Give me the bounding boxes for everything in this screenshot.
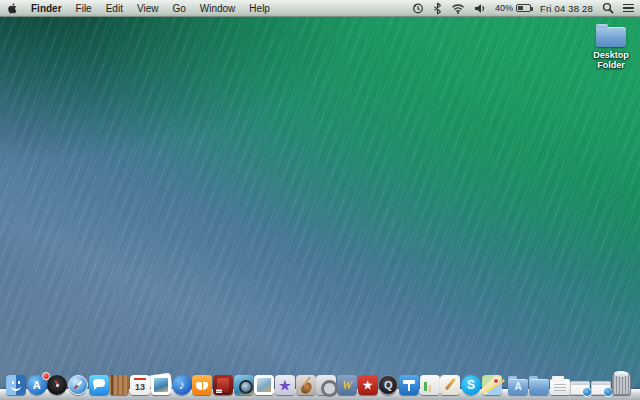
photo-booth-icon	[213, 375, 233, 395]
numbers-icon	[420, 375, 440, 395]
dock-item-min-window-1[interactable]	[570, 381, 590, 395]
calendar-glyph: 13	[130, 375, 150, 395]
dock-item-skype[interactable]: S	[461, 375, 481, 395]
dock-item-finder[interactable]	[6, 375, 26, 395]
skype-icon: S	[461, 375, 481, 395]
bluetooth-icon[interactable]	[433, 2, 442, 15]
dock-item-wunderlist[interactable]: ★	[358, 375, 378, 395]
dock-item-numbers[interactable]	[420, 375, 440, 395]
iphoto-icon	[234, 375, 254, 395]
contacts-icon	[109, 375, 129, 395]
trash-icon	[612, 374, 631, 395]
menu-edit[interactable]: Edit	[106, 3, 123, 14]
dock-item-trash[interactable]	[612, 374, 631, 395]
menu-file[interactable]: File	[76, 3, 92, 14]
menu-bar: Finder FileEditViewGoWindowHelp 40% Fri …	[0, 0, 640, 17]
menu-clock[interactable]: Fri 04 38 28	[540, 3, 593, 14]
dock-item-ibooks[interactable]	[192, 375, 212, 395]
dock-item-messages[interactable]	[89, 375, 109, 395]
min-window-2-icon	[591, 381, 611, 395]
itunes-icon: ♪	[172, 375, 192, 395]
menu-help[interactable]: Help	[249, 3, 270, 14]
dock-item-iphoto[interactable]	[234, 375, 254, 395]
system-preferences-icon	[316, 375, 336, 395]
ibooks-icon	[192, 375, 212, 395]
dock-item-min-window-2[interactable]	[591, 381, 611, 395]
battery-percent: 40%	[495, 3, 513, 13]
dock-item-imovie[interactable]: ★	[275, 375, 295, 395]
imovie-icon: ★	[275, 375, 295, 395]
dock-item-system-preferences[interactable]	[316, 375, 336, 395]
dock-item-keynote[interactable]	[399, 375, 419, 395]
dock-item-photos[interactable]	[151, 375, 171, 395]
dock: A13♪★W★QSA	[0, 362, 640, 400]
garageband-icon	[296, 375, 316, 395]
dock-item-folder-applications[interactable]: A	[508, 379, 528, 395]
dock-item-preview[interactable]	[254, 375, 274, 395]
dock-item-quicktime[interactable]: Q	[378, 375, 398, 395]
calendar-icon: 13	[130, 375, 150, 395]
wunderlist-glyph: ★	[358, 375, 378, 395]
word-glyph: W	[337, 375, 357, 395]
skype-glyph: S	[461, 375, 481, 395]
dock-item-pages[interactable]	[440, 375, 460, 395]
menu-app-name[interactable]: Finder	[31, 3, 62, 14]
quicktime-glyph: Q	[379, 376, 397, 394]
dock-item-dashboard[interactable]	[47, 375, 67, 395]
dock-separator	[503, 391, 508, 395]
wunderlist-icon: ★	[358, 375, 378, 395]
dashboard-icon	[47, 375, 67, 395]
menu-bar-status: 40% Fri 04 38 28	[412, 2, 634, 15]
dock-item-folder-documents[interactable]	[529, 379, 549, 395]
menu-list: FileEditViewGoWindowHelp	[76, 3, 270, 14]
dock-item-word[interactable]: W	[337, 375, 357, 395]
volume-icon[interactable]	[474, 3, 486, 14]
desktop-folder[interactable]: Desktop Folder	[581, 27, 640, 70]
apple-icon	[6, 2, 17, 15]
apple-menu[interactable]	[6, 2, 17, 15]
dock-item-app-store[interactable]: A	[27, 375, 47, 395]
keynote-icon	[399, 375, 419, 395]
preview-icon	[254, 375, 274, 395]
dock-items: A13♪★W★QSA	[6, 374, 631, 395]
menu-view[interactable]: View	[137, 3, 159, 14]
downloads-icon	[550, 379, 570, 395]
dock-item-photo-booth[interactable]	[213, 375, 233, 395]
folder-applications-icon: A	[508, 379, 528, 395]
finder-icon	[6, 375, 26, 395]
safari-icon	[68, 375, 88, 395]
battery-status[interactable]: 40%	[495, 3, 531, 13]
desktop-folder-label: Desktop Folder	[581, 50, 640, 70]
spotlight-icon[interactable]	[602, 2, 614, 14]
imovie-glyph: ★	[275, 375, 295, 395]
pages-icon	[440, 375, 460, 395]
folder-icon	[596, 27, 626, 47]
folder-documents-icon	[529, 379, 549, 395]
maps-icon	[482, 375, 502, 395]
menu-window[interactable]: Window	[200, 3, 236, 14]
min-window-1-icon	[570, 381, 590, 395]
dock-item-maps[interactable]	[482, 375, 502, 395]
messages-icon	[89, 375, 109, 395]
menu-go[interactable]: Go	[172, 3, 185, 14]
dock-item-downloads[interactable]	[550, 379, 570, 395]
dock-item-contacts[interactable]	[109, 375, 129, 395]
quicktime-icon: Q	[378, 375, 398, 395]
desktop-wallpaper	[0, 0, 640, 400]
word-icon: W	[337, 375, 357, 395]
wifi-icon[interactable]	[451, 3, 465, 14]
dock-item-safari[interactable]	[68, 375, 88, 395]
itunes-glyph: ♪	[172, 375, 192, 395]
dock-item-calendar[interactable]: 13	[130, 375, 150, 395]
time-machine-icon[interactable]	[412, 2, 424, 14]
notification-center-icon[interactable]	[623, 4, 634, 13]
folder-applications-glyph: A	[508, 379, 528, 395]
dock-item-garageband[interactable]	[296, 375, 316, 395]
app-store-icon: A	[27, 375, 47, 395]
dock-item-itunes[interactable]: ♪	[172, 375, 192, 395]
photos-icon	[151, 375, 171, 395]
menu-bar-left: Finder FileEditViewGoWindowHelp	[6, 2, 270, 15]
battery-icon	[516, 4, 531, 12]
